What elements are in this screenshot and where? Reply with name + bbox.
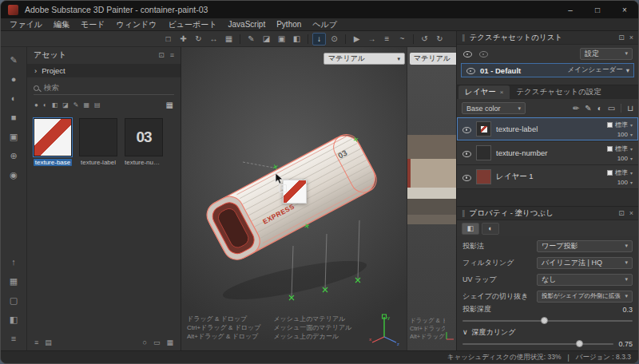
tab-texture-set-settings[interactable]: テクスチャセットの設定 — [510, 85, 608, 99]
minimize-button[interactable]: – — [557, 1, 584, 18]
asset-texture-base[interactable]: texture-base — [34, 118, 72, 166]
projection-tool[interactable]: ▣ — [275, 33, 288, 46]
panel-drag-handle-icon[interactable]: ∥ — [462, 209, 466, 217]
visibility-eye-icon[interactable] — [462, 49, 472, 58]
materials-filter-icon[interactable]: ◐ — [43, 101, 47, 109]
asset-texture-number[interactable]: 03 texture-number — [125, 118, 163, 166]
solo-eye-icon[interactable] — [478, 49, 488, 58]
textures-filter-icon[interactable]: ▤ — [94, 101, 101, 109]
container-3d-model[interactable]: EXPRESS 03 — [199, 114, 383, 323]
layer-visibility-eye-icon[interactable] — [462, 125, 471, 134]
layer-row-texture-number[interactable]: texture-number 標準▾ 100▾ — [457, 141, 638, 165]
eraser-tool[interactable]: ◪ — [260, 33, 273, 46]
cube-icon[interactable]: ■ — [11, 113, 17, 123]
menu-item-window[interactable]: ウィンドウ — [110, 19, 162, 30]
export-icon[interactable]: ↑ — [11, 257, 16, 267]
polygon-fill-tool[interactable]: ◧ — [290, 33, 304, 46]
channel-dropdown[interactable]: Base color ▾ — [462, 102, 526, 114]
panel-close-icon[interactable]: × — [629, 34, 633, 42]
material-mode-tab[interactable]: ◐ — [482, 223, 499, 235]
smudge-tool[interactable]: ~ — [395, 33, 409, 46]
tab-layers[interactable]: レイヤー × — [458, 85, 510, 99]
material-picker-tool[interactable]: ⊙ — [327, 33, 341, 46]
layer-opacity-value[interactable]: 100 — [617, 155, 628, 162]
history-icon[interactable]: ≡ — [11, 334, 16, 344]
add-folder-icon[interactable]: ▭ — [608, 104, 615, 113]
menu-item-javascript[interactable]: JavaScript — [223, 20, 272, 29]
filtering-dropdown[interactable]: バイリニア法 | HQ ▾ — [537, 257, 633, 269]
symmetry-tool[interactable]: ≡ — [380, 33, 394, 46]
redo-tool[interactable]: ↻ — [433, 33, 447, 46]
panel-float-icon[interactable]: ⊡ — [618, 34, 625, 42]
import-resource-tool[interactable]: ↓ — [312, 33, 326, 46]
smart-materials-filter-icon[interactable]: ◧ — [52, 101, 58, 109]
maximize-button[interactable]: □ — [584, 1, 611, 18]
layer-visibility-eye-icon[interactable] — [462, 172, 471, 182]
grid-view-icon[interactable]: ▦ — [166, 101, 173, 109]
sphere-icon[interactable]: ● — [11, 74, 17, 85]
blend-mode-dropdown[interactable]: 標準 — [615, 121, 628, 129]
add-fill-layer-icon[interactable]: ✎ — [585, 104, 591, 113]
tab-close-icon[interactable]: × — [500, 89, 504, 96]
viewport-3d[interactable]: マテリアル ▾ — [181, 47, 407, 350]
slider-thumb[interactable] — [541, 317, 548, 324]
add-paint-layer-icon[interactable]: ✏ — [573, 104, 579, 113]
uv-view-tool[interactable]: ▦ — [222, 33, 236, 46]
fill-mode-tab[interactable]: ◧ — [462, 223, 479, 235]
undo-tool[interactable]: ↺ — [418, 33, 431, 46]
shader-dropdown[interactable]: メインシェーダー ▾ — [568, 65, 629, 75]
user-icon[interactable]: ◉ — [10, 170, 18, 180]
texture-label-thumbnail[interactable] — [79, 118, 117, 156]
shape-crop-dropdown[interactable]: 投影がシェイプの外側に拡張 ▾ — [537, 291, 633, 303]
menu-item-file[interactable]: ファイル — [4, 19, 48, 30]
depth-culling-value[interactable]: 0.75 — [618, 340, 633, 348]
layer-opacity-value[interactable]: 100 — [617, 131, 628, 138]
layer-row-texture-label[interactable]: texture-label 標準▾ 100▾ — [457, 117, 638, 141]
thumbnail-size-icon[interactable]: ▦ — [166, 338, 173, 346]
project-tree-item[interactable]: › Project — [27, 64, 181, 77]
menu-item-help[interactable]: ヘルプ — [307, 19, 343, 30]
projection-depth-slider[interactable] — [462, 320, 633, 322]
move-tool[interactable]: ✚ — [177, 33, 190, 46]
resources-icon[interactable]: ▦ — [10, 276, 18, 287]
panel-menu-icon[interactable]: ≡ — [170, 51, 174, 59]
uv-wrap-dropdown[interactable]: なし ▾ — [537, 274, 633, 286]
rotate-tool[interactable]: ↻ — [192, 33, 205, 46]
layer-opacity-value[interactable]: 100 — [617, 179, 628, 186]
scale-tool[interactable]: ↔ — [207, 33, 220, 46]
decal-icon[interactable]: ▣ — [10, 132, 18, 142]
panel-float-icon[interactable]: ⊡ — [158, 51, 165, 59]
settings-dropdown[interactable]: 設定 ▾ — [580, 48, 633, 60]
list-view-icon[interactable]: ≡ — [34, 338, 38, 346]
axis-gizmo[interactable]: x y z — [368, 311, 400, 346]
menu-item-python[interactable]: Python — [271, 20, 307, 29]
panel-float-icon[interactable]: ⊡ — [618, 209, 625, 217]
sphere-preview-icon[interactable]: ○ — [143, 338, 147, 346]
shelf-material-dropdown[interactable]: マテリアル ▾ — [323, 53, 405, 65]
expand-arrow-icon[interactable]: › — [34, 66, 37, 75]
close-button[interactable]: × — [611, 1, 638, 18]
slider-thumb[interactable] — [576, 340, 583, 347]
display-settings-icon[interactable]: ▢ — [10, 295, 18, 306]
layer-visibility-eye-icon[interactable] — [462, 148, 471, 158]
menu-item-viewport[interactable]: ビューポート — [163, 19, 223, 30]
marquee-select-tool[interactable]: □ — [161, 33, 175, 46]
texture-number-thumbnail[interactable]: 03 — [125, 118, 163, 156]
texture-base-thumbnail[interactable] — [34, 118, 72, 156]
asset-texture-label[interactable]: texture-label — [79, 118, 117, 166]
details-view-icon[interactable]: ▤ — [45, 338, 52, 346]
layer-row-layer1[interactable]: レイヤー 1 標準▾ 100▾ — [457, 165, 638, 189]
menu-item-edit[interactable]: 編集 — [48, 19, 75, 30]
play-tool[interactable]: ▶ — [350, 33, 363, 46]
align-tool[interactable]: → — [365, 33, 379, 46]
all-assets-filter-icon[interactable]: ● — [34, 101, 38, 109]
delete-layer-icon[interactable]: ⊔ — [627, 104, 633, 113]
visibility-eye-icon[interactable] — [466, 65, 475, 75]
viewport-2d[interactable]: マテリアル ドラッグ & ドロップ メッシュ上のマテリアル Ctrl+ドラッグ … — [407, 47, 456, 350]
depth-culling-section[interactable]: ∨ 深度カリング — [457, 326, 638, 338]
new-folder-icon[interactable]: ▭ — [153, 338, 161, 346]
particles-icon[interactable]: ⊕ — [10, 151, 17, 161]
paint-tool[interactable]: ✎ — [244, 33, 258, 46]
texture-set-row-default[interactable]: 01 - Default メインシェーダー ▾ — [461, 63, 634, 77]
asset-search-input[interactable]: 検索 — [34, 82, 174, 95]
